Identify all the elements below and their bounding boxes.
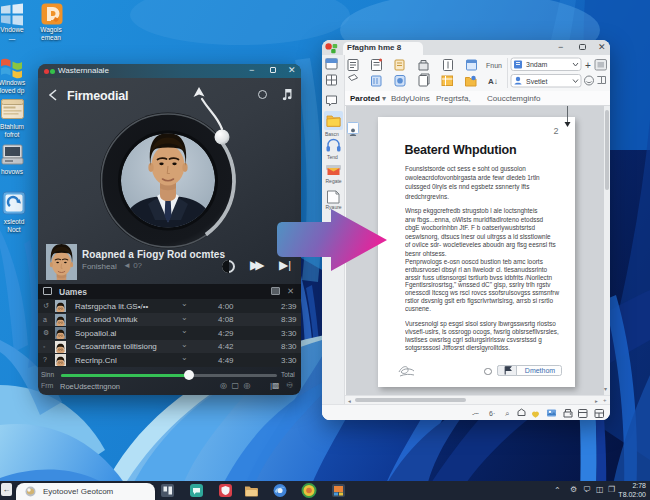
svg-text:Tend: Tend bbox=[327, 154, 338, 160]
svg-text:+: + bbox=[585, 60, 591, 71]
svg-text:3ndam: 3ndam bbox=[526, 61, 548, 68]
svg-text:Regate: Regate bbox=[326, 178, 342, 184]
svg-text:⌕: ⌕ bbox=[505, 409, 509, 418]
svg-text:Bascn: Bascn bbox=[325, 131, 339, 137]
svg-text:-┄: -┄ bbox=[472, 409, 479, 416]
svg-text:Svetlet: Svetlet bbox=[526, 78, 547, 85]
svg-text:6·: 6· bbox=[489, 409, 495, 416]
svg-text:Fnun: Fnun bbox=[486, 62, 502, 69]
svg-text:A↓: A↓ bbox=[488, 77, 498, 86]
